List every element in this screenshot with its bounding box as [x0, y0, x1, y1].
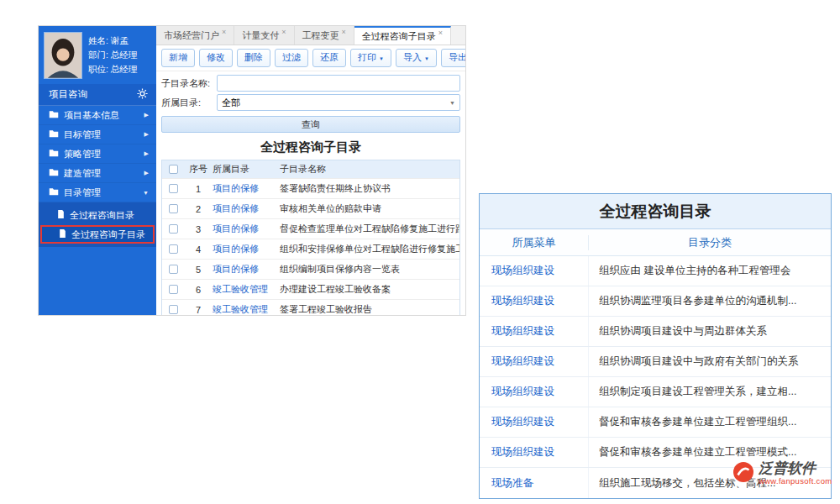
- sidebar-section-title: 项目咨询: [49, 88, 87, 101]
- row-checkbox[interactable]: [169, 285, 178, 294]
- sidebar-item-project-basic-info[interactable]: 项目基本信息 ▶: [39, 106, 156, 125]
- chevron-right-icon: ▶: [144, 170, 149, 176]
- catalog-title: 全过程咨询目录: [480, 194, 831, 229]
- add-button[interactable]: 新增: [161, 49, 195, 67]
- row-parent-dir-link[interactable]: 竣工验收管理: [213, 303, 280, 315]
- page-title: 全过程咨询子目录: [156, 134, 465, 160]
- catalog-category: 组织协调项目建设中与政府有关部门的关系: [589, 354, 831, 369]
- subdir-name-input[interactable]: [217, 75, 460, 92]
- close-icon[interactable]: ×: [438, 29, 443, 37]
- sidebar-item-consulting-directory[interactable]: 全过程咨询目录: [40, 206, 155, 224]
- catalog-row[interactable]: 现场组织建设 组织协调监理项目各参建单位的沟通机制...: [480, 286, 831, 317]
- restore-button[interactable]: 还原: [312, 49, 346, 67]
- document-icon: [57, 210, 65, 220]
- row-checkbox[interactable]: [169, 265, 178, 274]
- tab-bar: 市场经营门户× 计量支付× 工程变更× 全过程咨询子目录×: [156, 26, 465, 45]
- sidebar-item-target-management[interactable]: 目标管理 ▶: [39, 125, 156, 144]
- sidebar-item-label: 目标管理: [64, 129, 101, 141]
- folder-icon: [49, 168, 59, 178]
- sidebar-item-consulting-subdirectory[interactable]: 全过程咨询子目录: [40, 225, 155, 244]
- catalog-row[interactable]: 现场组织建设 组织协调项目建设中与政府有关部门的关系: [480, 347, 831, 377]
- catalog-menu-link[interactable]: 现场组织建设: [480, 438, 589, 467]
- row-subdir-name: 办理建设工程竣工验收备案: [280, 283, 459, 296]
- print-button[interactable]: 打印▼: [350, 49, 391, 67]
- row-checkbox[interactable]: [169, 204, 178, 213]
- catalog-menu-link[interactable]: 现场组织建设: [480, 407, 589, 437]
- folder-icon: [49, 149, 59, 159]
- select-all-checkbox[interactable]: [169, 165, 178, 174]
- row-parent-dir-link[interactable]: 项目的保修: [213, 182, 280, 195]
- col-header-menu: 所属菜单: [480, 235, 589, 250]
- tab-label: 计量支付: [242, 29, 279, 42]
- close-icon[interactable]: ×: [281, 28, 286, 36]
- tab-consulting-subdirectory[interactable]: 全过程咨询子目录×: [354, 26, 451, 45]
- table-row[interactable]: 7 竣工验收管理 签署工程竣工验收报告: [162, 299, 459, 315]
- avatar: [44, 32, 82, 79]
- sidebar-item-label: 建造管理: [64, 167, 101, 180]
- parent-dir-select[interactable]: 全部 ▼: [217, 94, 460, 111]
- row-number: 6: [184, 285, 213, 295]
- catalog-menu-link[interactable]: 现场组织建设: [480, 377, 589, 407]
- row-checkbox[interactable]: [169, 244, 178, 254]
- row-checkbox[interactable]: [169, 184, 178, 193]
- query-button[interactable]: 查询: [161, 116, 460, 133]
- catalog-row[interactable]: 现场组织建设 组织制定项目建设工程管理关系，建立相...: [480, 377, 831, 407]
- col-header-no: 序号: [184, 163, 213, 176]
- filter-button[interactable]: 过滤: [275, 49, 308, 67]
- catalog-menu-link[interactable]: 现场组织建设: [480, 286, 589, 316]
- row-number: 2: [184, 204, 213, 214]
- row-parent-dir-link[interactable]: 项目的保修: [213, 263, 280, 276]
- edit-button[interactable]: 修改: [199, 49, 233, 67]
- tab-measurement-payment[interactable]: 计量支付×: [234, 26, 294, 45]
- filter-form: 子目录名称: 所属目录: 全部 ▼: [156, 71, 465, 113]
- sidebar-item-construction-management[interactable]: 建造管理 ▶: [39, 164, 156, 183]
- caret-down-icon: ▼: [424, 56, 429, 61]
- tab-label: 工程变更: [302, 29, 339, 42]
- import-button[interactable]: 导入▼: [396, 49, 437, 67]
- row-subdir-name: 督促检查监理单位对工程缺陷修复施工进行跟进的落实...: [280, 223, 459, 235]
- table-row[interactable]: 3 项目的保修 督促检查监理单位对工程缺陷修复施工进行跟进的落实...: [162, 218, 459, 239]
- row-parent-dir-link[interactable]: 项目的保修: [213, 243, 280, 255]
- row-checkbox[interactable]: [169, 224, 178, 234]
- sidebar: 姓名: 谢孟 部门: 总经理 职位: 总经理 项目咨询 项目基本信息 ▶: [39, 26, 156, 315]
- row-number: 7: [184, 305, 213, 315]
- parent-dir-label: 所属目录:: [161, 97, 217, 109]
- table-row[interactable]: 1 项目的保修 签署缺陷责任期终止协议书: [162, 178, 459, 198]
- table-row[interactable]: 4 项目的保修 组织和安排保修单位对工程缺陷进行修复施工，并跟踪...: [162, 239, 459, 259]
- row-parent-dir-link[interactable]: 项目的保修: [213, 202, 280, 215]
- sidebar-item-strategy-management[interactable]: 策略管理 ▶: [39, 144, 156, 164]
- export-button[interactable]: 导出: [441, 49, 465, 67]
- close-icon[interactable]: ×: [342, 28, 346, 36]
- chevron-down-icon: ▼: [143, 190, 149, 196]
- tab-label: 市场经营门户: [164, 29, 219, 42]
- print-label: 打印: [358, 52, 376, 62]
- table-header: 序号 所属目录 子目录名称: [162, 160, 459, 178]
- catalog-menu-link[interactable]: 现场组织建设: [480, 347, 589, 376]
- catalog-row[interactable]: 现场组织建设 组织协调项目建设中与周边群体关系: [480, 317, 831, 347]
- tab-engineering-change[interactable]: 工程变更×: [295, 26, 354, 45]
- row-subdir-name: 签署工程竣工验收报告: [280, 303, 459, 315]
- catalog-row[interactable]: 现场组织建设 督促和审核各参建单位建立工程管理组织...: [480, 407, 831, 438]
- tab-market-portal[interactable]: 市场经营门户×: [156, 26, 234, 45]
- row-checkbox[interactable]: [169, 305, 178, 314]
- catalog-menu-link[interactable]: 现场组织建设: [480, 317, 589, 346]
- close-icon[interactable]: ×: [222, 28, 226, 36]
- sidebar-item-label: 策略管理: [64, 148, 101, 160]
- chevron-right-icon: ▶: [144, 112, 149, 118]
- sidebar-item-label: 全过程咨询子目录: [71, 228, 145, 241]
- profile-dept: 部门: 总经理: [88, 48, 137, 62]
- catalog-category: 组织协调监理项目各参建单位的沟通机制...: [589, 294, 831, 308]
- brand-url: www.fanpusoft.com: [759, 477, 832, 486]
- catalog-row[interactable]: 现场组织建设 组织应由 建设单位主持的各种工程管理会: [480, 256, 831, 286]
- row-parent-dir-link[interactable]: 竣工验收管理: [213, 283, 280, 296]
- row-parent-dir-link[interactable]: 项目的保修: [213, 223, 280, 235]
- sidebar-item-directory-management[interactable]: 目录管理 ▼: [39, 183, 156, 202]
- table-row[interactable]: 5 项目的保修 组织编制项目保修内容一览表: [162, 259, 459, 279]
- delete-button[interactable]: 删除: [237, 49, 270, 67]
- table-row[interactable]: 2 项目的保修 审核相关单位的赔款申请: [162, 198, 459, 218]
- table-row[interactable]: 6 竣工验收管理 办理建设工程竣工验收备案: [162, 279, 459, 299]
- catalog-menu-link[interactable]: 现场准备: [480, 468, 589, 498]
- gear-icon[interactable]: [137, 88, 148, 101]
- catalog-menu-link[interactable]: 现场组织建设: [480, 256, 589, 286]
- row-subdir-name: 签署缺陷责任期终止协议书: [280, 182, 459, 195]
